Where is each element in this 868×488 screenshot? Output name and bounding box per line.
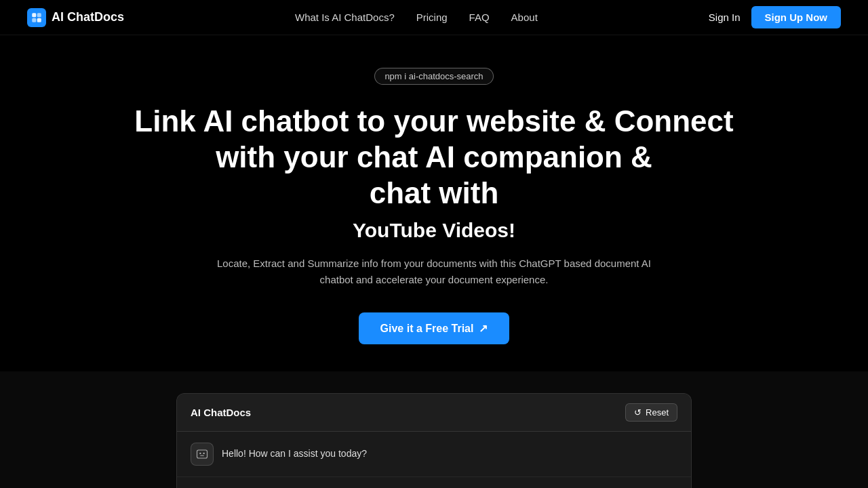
chat-messages: Hello! How can I assist you today? What … [177,432,691,488]
bot-avatar [191,443,214,466]
chat-title: AI ChatDocs [191,407,251,418]
nav-item-faq[interactable]: FAQ [469,12,490,23]
svg-rect-4 [197,450,208,458]
svg-rect-3 [37,18,41,22]
reset-button[interactable]: ↺ Reset [625,403,677,422]
free-trial-button[interactable]: Give it a Free Trial ↗ [359,312,510,344]
logo-icon [27,8,46,27]
chat-section: AI ChatDocs ↺ Reset Hello! How can I as [0,371,868,488]
nav-item-what-is[interactable]: What Is AI ChatDocs? [295,12,395,23]
navbar: AI ChatDocs What Is AI ChatDocs? Pricing… [0,0,868,35]
nav-actions: Sign In Sign Up Now [709,6,841,28]
logo-text: AI ChatDocs [52,10,124,24]
hero-section: npm i ai-chatdocs-search Link AI chatbot… [0,35,868,371]
svg-rect-6 [203,453,205,454]
reset-icon: ↺ [634,407,642,418]
signup-button[interactable]: Sign Up Now [751,6,842,28]
arrow-icon: ↗ [479,322,488,335]
signin-button[interactable]: Sign In [709,12,741,23]
svg-rect-0 [32,13,36,17]
nav-item-about[interactable]: About [511,12,538,23]
svg-rect-2 [32,18,36,22]
svg-rect-1 [37,13,41,17]
chat-message-bot-greeting: Hello! How can I assist you today? [177,432,691,477]
hero-description: Locate, Extract and Summarize info from … [203,256,665,288]
nav-links: What Is AI ChatDocs? Pricing FAQ About [295,12,538,24]
bot-greeting-text: Hello! How can I assist you today? [222,443,367,462]
hero-subtitle: YouTube Videos! [353,219,515,242]
hero-title: Link AI chatbot to your website & Connec… [129,104,739,211]
chat-message-user-question: What is AI ChatDocs [177,477,691,488]
svg-rect-5 [199,453,201,454]
chat-widget: AI ChatDocs ↺ Reset Hello! How can I as [176,393,692,488]
npm-badge: npm i ai-chatdocs-search [374,68,493,85]
logo[interactable]: AI ChatDocs [27,8,124,27]
nav-item-pricing[interactable]: Pricing [416,12,448,23]
chat-header: AI ChatDocs ↺ Reset [177,394,691,432]
